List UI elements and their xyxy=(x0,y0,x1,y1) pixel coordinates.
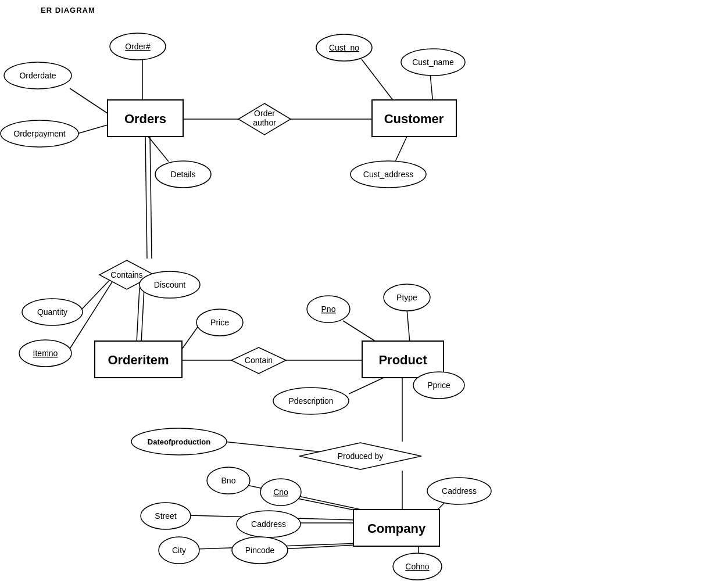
rel-produced-by-label: Produced by xyxy=(338,451,384,461)
er-diagram: ER DIAGRAM xyxy=(0,0,708,588)
attr-cust-no-label: Cust_no xyxy=(329,43,359,52)
attr-caddress-comp-label: Caddress xyxy=(251,519,286,529)
svg-line-1 xyxy=(70,88,108,113)
attr-itemno-label: Itemno xyxy=(33,349,58,358)
attr-pno-label: Pno xyxy=(321,304,336,314)
svg-line-12 xyxy=(141,288,144,343)
svg-line-31 xyxy=(282,544,365,549)
svg-line-8 xyxy=(148,137,169,162)
attr-cohno-label: Cohno xyxy=(405,562,429,571)
er-svg: Orders Customer Orderitem Product Compan… xyxy=(0,0,708,588)
attr-discount-label: Discount xyxy=(154,280,186,289)
entity-company-label: Company xyxy=(367,521,426,536)
entity-customer-label: Customer xyxy=(384,112,444,126)
svg-line-7 xyxy=(395,137,407,162)
attr-street-label: Street xyxy=(155,511,176,521)
svg-line-5 xyxy=(362,59,394,102)
attr-pprice-label: Pprice xyxy=(427,381,450,390)
svg-line-16 xyxy=(180,325,199,352)
svg-line-9 xyxy=(145,137,147,259)
attr-orderpayment-label: Orderpayment xyxy=(13,129,66,138)
entity-orderitem-label: Orderitem xyxy=(108,353,169,367)
attr-cust-name-label: Cust_name xyxy=(412,58,454,67)
attr-quantity-label: Quantity xyxy=(37,307,67,317)
attr-pincode-label: Pincode xyxy=(245,546,275,555)
attr-orderdate-label: Orderdate xyxy=(19,71,56,80)
attr-bno-label: Bno xyxy=(221,476,236,485)
entity-product-label: Product xyxy=(378,353,427,367)
attr-pdescription-label: Pdescription xyxy=(288,396,333,406)
svg-line-11 xyxy=(137,288,140,343)
attr-cno-label: Cno xyxy=(273,487,288,497)
entity-orders-label: Orders xyxy=(124,112,166,126)
svg-line-2 xyxy=(77,125,108,134)
rel-order-author-label2: author xyxy=(253,118,276,127)
rel-contain-label: Contain xyxy=(245,356,273,365)
attr-dateofproduction-label: Dateofproduction xyxy=(148,438,210,446)
attr-city-label: City xyxy=(172,546,186,555)
svg-line-21 xyxy=(349,378,384,394)
attr-caddress-right-label: Caddress xyxy=(442,486,477,496)
attr-details-label: Details xyxy=(171,170,196,179)
svg-line-20 xyxy=(407,309,410,343)
attr-ptype-label: Ptype xyxy=(396,293,417,302)
svg-line-19 xyxy=(343,321,378,343)
rel-contains-label: Contains xyxy=(110,270,142,279)
rel-order-author-label: Order xyxy=(254,109,275,118)
attr-price-label: Price xyxy=(210,318,229,327)
attr-order-hash-label: Order# xyxy=(125,42,151,51)
svg-line-10 xyxy=(150,137,152,259)
attr-cust-address-label: Cust_address xyxy=(363,170,413,179)
